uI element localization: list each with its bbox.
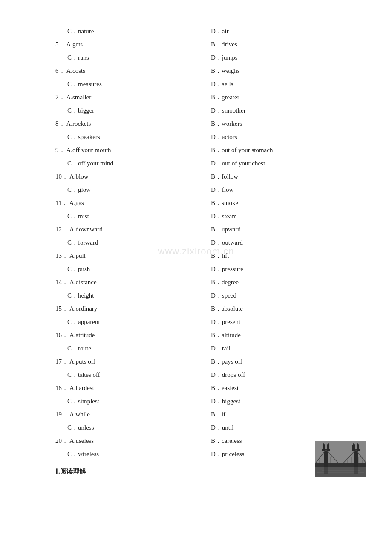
question-block: 18． A.hardestB．easiest [55,382,358,394]
question-number: 5． [55,41,66,48]
answer-option-left: 16． A.attitude [55,330,207,341]
answer-text-left: A.ordinary [69,305,97,312]
answer-option-right: D．until [207,422,358,434]
answer-text-left: A.downward [69,226,103,233]
answer-text-left: C．forward [67,239,98,246]
answer-option-right: B．if [207,409,358,420]
answer-option-right: B．absolute [207,303,358,315]
question-row: C．natureD．air [55,26,358,37]
answer-option-right: B．follow [207,171,358,182]
questions-container: C．natureD．air5． A.getsB．drivesC．runsD．ju… [55,26,358,460]
answer-option-left: C．height [55,290,207,301]
answer-option-left: C．runs [55,52,207,64]
question-row: C．heightD．speed [55,290,358,301]
answer-text-left: C．unless [67,424,94,431]
answer-text-left: A.gas [69,199,84,206]
svg-rect-31 [354,467,358,474]
answer-text-left: C．height [67,292,94,299]
question-row: 19． A.whileB．if [55,409,358,420]
question-block: C．glowD．flow [55,184,358,196]
question-row: C．measuresD．sells [55,78,358,90]
answer-text-left: A.pull [69,252,86,259]
svg-rect-15 [357,445,359,451]
answer-option-right: D．flow [207,184,358,196]
question-number: 12． [55,226,69,233]
question-row: 10． A.blowB．follow [55,171,358,182]
question-block: C．speakersD．actors [55,131,358,143]
answer-option-right: D．jumps [207,52,358,64]
question-block: C．wirelessD．priceless [55,448,358,460]
answer-text-left: A.blow [69,173,89,180]
answer-option-left: 6． A.costs [55,65,207,77]
answer-text-left: C．simplest [67,398,99,405]
answer-text-left: A.off your mouth [66,147,111,153]
answer-option-left: 20． A.useless [55,435,207,447]
question-block: 17． A.puts offB．pays off [55,356,358,367]
answer-option-right: D．rail [207,343,358,354]
answer-option-left: 19． A.while [55,409,207,420]
question-number: 19． [55,411,69,418]
answer-option-left: C．bigger [55,105,207,116]
answer-option-right: D．steam [207,211,358,222]
question-block: 20． A.uselessB．careless [55,435,358,447]
question-block: C．biggerD．smoother [55,105,358,116]
svg-rect-6 [324,450,328,467]
answer-option-right: B．upward [207,224,358,235]
answer-option-left: 9． A.off your mouth [55,145,207,156]
answer-option-left: C．push [55,263,207,275]
bridge-image [315,441,366,477]
answer-option-left: C．measures [55,78,207,90]
question-number: 7． [55,94,66,101]
question-row: 20． A.uselessB．careless [55,435,358,447]
answer-text-left: A.puts off [69,358,95,365]
answer-option-left: C．apparent [55,316,207,328]
section-label: Ⅱ.阅读理解 [55,468,358,476]
question-row: 17． A.puts offB．pays off [55,356,358,367]
question-row: 11． A.gasB．smoke [55,197,358,209]
answer-text-left: A.distance [69,279,97,286]
answer-option-right: D．smoother [207,105,358,116]
answer-option-left: C．takes off [55,369,207,381]
question-block: C．runsD．jumps [55,52,358,64]
question-row: C．mistD．steam [55,211,358,222]
question-block: C．unlessD．until [55,422,358,434]
answer-option-left: C．nature [55,26,207,37]
answer-option-left: 12． A.downward [55,224,207,235]
question-row: C．simplestD．biggest [55,396,358,407]
question-block: 9． A.off your mouthB．out of your stomach [55,145,358,156]
svg-rect-12 [354,450,358,467]
question-row: C．off your mindD．out of your chest [55,158,358,169]
answer-option-left: C．mist [55,211,207,222]
question-block: C．pushD．pressure [55,263,358,275]
answer-option-left: 13． A.pull [55,250,207,262]
answer-option-left: 18． A.hardest [55,382,207,394]
question-block: C．simplestD．biggest [55,396,358,407]
question-number: 14． [55,279,69,286]
answer-option-right: D．actors [207,131,358,143]
question-block: 10． A.blowB．follow [55,171,358,182]
question-block: 6． A.costsB．weighs [55,65,358,77]
answer-option-right: D．biggest [207,396,358,407]
question-row: C．wirelessD．priceless [55,448,358,460]
answer-text-left: A.smaller [66,94,91,101]
question-row: 15． A.ordinaryB．absolute [55,303,358,315]
svg-rect-8 [323,445,325,451]
question-block: 14． A.distanceB．degree [55,277,358,288]
question-block: 5． A.getsB．drives [55,39,358,50]
question-row: C．speakersD．actors [55,131,358,143]
answer-text-left: C．mist [67,213,89,220]
answer-option-left: 14． A.distance [55,277,207,288]
question-number: 9． [55,147,66,153]
answer-option-right: D．out of your chest [207,158,358,169]
question-block: C．mistD．steam [55,211,358,222]
question-number: 13． [55,252,69,259]
question-number: 8． [55,120,66,127]
question-row: 14． A.distanceB．degree [55,277,358,288]
answer-text-left: C．nature [67,28,94,35]
answer-option-left: C．simplest [55,396,207,407]
answer-option-right: D．sells [207,78,358,90]
answer-option-right: D．pressure [207,263,358,275]
answer-text-left: C．bigger [67,107,94,114]
question-row: 6． A.costsB．weighs [55,65,358,77]
question-block: 12． A.downwardB．upward [55,224,358,235]
